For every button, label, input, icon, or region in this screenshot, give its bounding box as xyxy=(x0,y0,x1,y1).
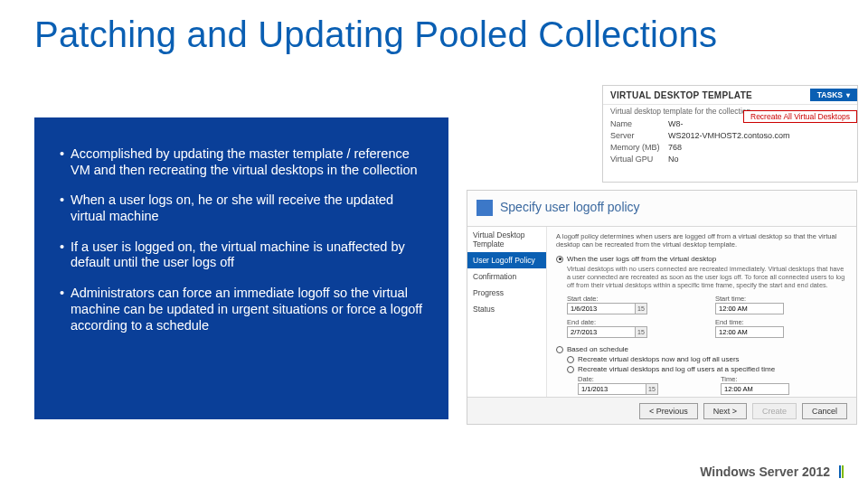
radio-icon xyxy=(556,256,563,263)
cancel-button[interactable]: Cancel xyxy=(802,403,847,419)
wizard-main: A logoff policy determines when users ar… xyxy=(547,227,856,397)
radio-icon xyxy=(567,356,574,363)
start-time-label: Start time: xyxy=(715,295,847,303)
end-time-label: End time: xyxy=(715,318,847,326)
previous-button[interactable]: < Previous xyxy=(639,403,698,419)
radio-icon xyxy=(567,366,574,373)
end-time-input[interactable] xyxy=(715,326,784,338)
bullet-panel: Accomplished by updating the master temp… xyxy=(34,117,448,419)
start-time-input[interactable] xyxy=(715,303,784,314)
radio-icon xyxy=(556,346,563,353)
brand-bars-icon xyxy=(839,465,844,478)
vdt-server-value: WS2012-VMHOST2.contoso.com xyxy=(668,131,850,140)
vdt-panel: VIRTUAL DESKTOP TEMPLATE TASKS ▾ Virtual… xyxy=(602,85,858,183)
radio-label: Based on schedule xyxy=(567,345,628,353)
next-button[interactable]: Next > xyxy=(703,403,747,419)
vdt-header: VIRTUAL DESKTOP TEMPLATE TASKS ▾ xyxy=(603,86,857,105)
vdt-properties: Name W8- Server WS2012-VMHOST2.contoso.c… xyxy=(603,119,857,169)
vdt-memory-label: Memory (MB) xyxy=(610,143,668,152)
bullet-item: Administrators can force an immediate lo… xyxy=(60,286,423,333)
wizard-nav-item-active[interactable]: User Logoff Policy xyxy=(467,252,546,268)
tasks-dropdown[interactable]: TASKS ▾ xyxy=(810,89,857,101)
radio-helper: Virtual desktops with no users connected… xyxy=(567,265,847,289)
end-date-label: End date: xyxy=(567,318,699,326)
chevron-down-icon: ▾ xyxy=(846,91,850,99)
radio-label: Recreate virtual desktops and log off us… xyxy=(578,365,775,373)
calendar-icon[interactable]: 15 xyxy=(646,383,658,395)
brand-footer: Windows Server 2012 xyxy=(700,464,844,479)
logoff-wizard: Specify user logoff policy Virtual Deskt… xyxy=(467,190,857,425)
radio-label: When the user logs off from the virtual … xyxy=(567,255,716,263)
radio-label: Recreate virtual desktops now and log of… xyxy=(578,355,740,363)
create-button[interactable]: Create xyxy=(752,403,797,419)
schedule-date-input[interactable] xyxy=(578,383,646,395)
wizard-nav: Virtual Desktop Template User Logoff Pol… xyxy=(467,227,547,397)
wizard-titlebar: Specify user logoff policy xyxy=(467,191,856,227)
tasks-label: TASKS xyxy=(817,90,843,99)
vdt-title: VIRTUAL DESKTOP TEMPLATE xyxy=(610,90,752,100)
slide-title: Patching and Updating Pooled Collections xyxy=(34,14,717,55)
vdt-memory-value: 768 xyxy=(668,143,850,152)
opt1-datetime-grid: Start date: 15 Start time: End date: 15 … xyxy=(567,295,847,338)
schedule-date-label: Date: xyxy=(578,375,704,383)
wizard-intro: A logoff policy determines when users ar… xyxy=(556,232,847,249)
radio-schedule-time[interactable]: Recreate virtual desktops and log off us… xyxy=(567,365,847,373)
wizard-icon xyxy=(476,200,493,216)
vdt-vgpu-label: Virtual GPU xyxy=(610,155,668,164)
bullet-item: If a user is logged on, the virtual mach… xyxy=(60,239,423,271)
opt2-datetime-grid: Date: 15 Time: xyxy=(578,375,847,395)
wizard-nav-item[interactable]: Confirmation xyxy=(467,268,546,285)
wizard-nav-item[interactable]: Status xyxy=(467,301,546,317)
radio-schedule-now[interactable]: Recreate virtual desktops now and log of… xyxy=(567,355,847,363)
radio-when-logoff[interactable]: When the user logs off from the virtual … xyxy=(556,255,847,263)
schedule-time-label: Time: xyxy=(721,375,847,383)
wizard-title: Specify user logoff policy xyxy=(500,200,640,214)
vdt-vgpu-value: No xyxy=(668,155,850,164)
vdt-server-label: Server xyxy=(610,131,668,140)
slide: Patching and Updating Pooled Collections… xyxy=(0,0,868,488)
end-date-input[interactable] xyxy=(567,326,636,338)
start-date-label: Start date: xyxy=(567,295,699,303)
radio-schedule[interactable]: Based on schedule xyxy=(556,345,847,353)
bullet-item: When a user logs on, he or she will rece… xyxy=(60,192,423,224)
wizard-nav-item[interactable]: Virtual Desktop Template xyxy=(467,227,546,252)
start-date-input[interactable] xyxy=(567,303,636,314)
vdt-name-label: Name xyxy=(610,119,668,128)
wizard-nav-item[interactable]: Progress xyxy=(467,285,546,301)
recreate-all-menuitem[interactable]: Recreate All Virtual Desktops xyxy=(743,110,857,123)
bullet-item: Accomplished by updating the master temp… xyxy=(60,146,423,178)
brand-text: Windows Server 2012 xyxy=(700,465,830,479)
wizard-footer: < Previous Next > Create Cancel xyxy=(467,397,856,424)
calendar-icon[interactable]: 15 xyxy=(636,326,647,338)
schedule-time-input[interactable] xyxy=(721,383,789,395)
calendar-icon[interactable]: 15 xyxy=(636,303,647,314)
